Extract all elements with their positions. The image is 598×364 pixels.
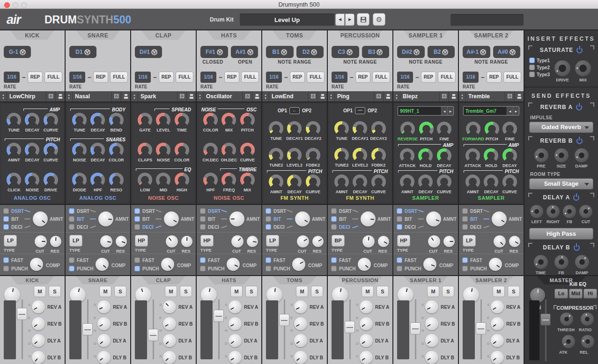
randomize-dice-icon[interactable]: ⚄ bbox=[243, 91, 252, 102]
rep-button[interactable]: REP bbox=[355, 72, 370, 83]
synth-preset-name[interactable]: Blepz bbox=[400, 93, 439, 100]
settings-button[interactable]: ⚙ bbox=[373, 13, 385, 26]
sample-prev-button[interactable]: ◀ bbox=[507, 107, 513, 115]
cut-knob[interactable] bbox=[362, 235, 375, 248]
preset-spinner[interactable]: ▲▼ bbox=[66, 91, 73, 102]
curve-knob[interactable] bbox=[502, 175, 517, 189]
crush-label[interactable]: BIT bbox=[273, 217, 281, 222]
fb-knob[interactable] bbox=[554, 255, 568, 269]
full-button[interactable]: FULL bbox=[438, 72, 456, 83]
crush-label[interactable]: DSRT bbox=[339, 209, 352, 214]
bit-checkbox[interactable] bbox=[462, 216, 468, 222]
rate-value[interactable]: 1/16 bbox=[332, 72, 347, 83]
randomize-dice-icon[interactable]: ⚄ bbox=[46, 91, 55, 102]
damp-knob[interactable] bbox=[575, 148, 589, 162]
full-button[interactable]: FULL bbox=[176, 72, 193, 83]
dly-a-knob[interactable] bbox=[97, 334, 111, 347]
rev-a-knob[interactable] bbox=[294, 300, 307, 313]
op-link-button[interactable]: — bbox=[355, 107, 365, 114]
dsrt-checkbox[interactable] bbox=[266, 208, 271, 214]
note-chip[interactable]: C3 bbox=[332, 46, 359, 58]
kit-next-button[interactable]: ▶ bbox=[345, 14, 354, 26]
kill-lo-button[interactable]: Lo bbox=[554, 289, 568, 298]
synth-preset-name[interactable]: Tremble bbox=[466, 93, 505, 100]
randomize-dice-icon[interactable]: ⚄ bbox=[505, 91, 514, 102]
save-preset-icon[interactable] bbox=[317, 91, 327, 102]
preset-spinner[interactable]: ▲▼ bbox=[459, 91, 466, 102]
hold-knob[interactable] bbox=[418, 148, 433, 163]
solo-button[interactable]: S bbox=[442, 286, 454, 297]
bit-checkbox[interactable] bbox=[69, 216, 74, 222]
punch-checkbox[interactable] bbox=[397, 266, 402, 271]
color-knob[interactable] bbox=[109, 143, 124, 157]
tune-knob[interactable] bbox=[72, 113, 87, 127]
amnt-knob[interactable] bbox=[361, 211, 376, 226]
fast-checkbox[interactable] bbox=[462, 257, 468, 263]
decay2-knob[interactable] bbox=[371, 121, 386, 136]
decay-knob[interactable] bbox=[287, 175, 302, 189]
punch-checkbox[interactable] bbox=[331, 266, 337, 271]
oh-dec-knob[interactable] bbox=[221, 143, 236, 157]
cut-knob[interactable] bbox=[428, 235, 440, 248]
preset-spinner[interactable]: ▲▼ bbox=[131, 91, 138, 102]
rev-a-knob[interactable] bbox=[360, 300, 373, 313]
time-knob[interactable] bbox=[534, 255, 548, 269]
randomize-dice-icon[interactable]: ⚄ bbox=[308, 91, 317, 102]
mute-button[interactable]: M bbox=[427, 286, 439, 297]
crush-label[interactable]: DSRT bbox=[405, 209, 417, 214]
preset-spinner[interactable]: ▲▼ bbox=[0, 91, 7, 102]
color-knob[interactable] bbox=[175, 143, 189, 157]
rep-button[interactable]: REP bbox=[28, 72, 43, 83]
attack-knob[interactable] bbox=[465, 148, 480, 163]
tune2-knob[interactable] bbox=[269, 148, 283, 162]
dly-a-knob[interactable] bbox=[294, 334, 307, 347]
fast-checkbox[interactable] bbox=[331, 257, 337, 263]
full-button[interactable]: FULL bbox=[241, 72, 259, 83]
volume-fader[interactable] bbox=[148, 329, 158, 341]
note-chip[interactable]: D#2 bbox=[397, 46, 425, 58]
comp-knob[interactable] bbox=[96, 258, 109, 271]
curve-knob[interactable] bbox=[44, 143, 58, 157]
deci-checkbox[interactable] bbox=[3, 224, 9, 230]
full-button[interactable]: FULL bbox=[110, 72, 128, 83]
decay-knob[interactable] bbox=[25, 143, 39, 157]
solo-button[interactable]: S bbox=[180, 286, 192, 297]
amnt-knob[interactable] bbox=[334, 175, 349, 189]
atk-knob[interactable] bbox=[562, 335, 575, 348]
window-zoom-button[interactable] bbox=[21, 2, 27, 8]
decay-knob[interactable] bbox=[25, 113, 39, 127]
dly-a-knob[interactable] bbox=[491, 334, 504, 347]
deci-checkbox[interactable] bbox=[331, 224, 337, 230]
crush-label[interactable]: BIT bbox=[208, 217, 215, 222]
crush-label[interactable]: DSRT bbox=[470, 209, 483, 214]
save-preset-icon[interactable] bbox=[449, 91, 458, 102]
cut-knob[interactable] bbox=[35, 235, 47, 248]
save-preset-icon[interactable] bbox=[252, 91, 261, 102]
saturate-power-icon[interactable] bbox=[576, 47, 583, 53]
punch-checkbox[interactable] bbox=[200, 266, 206, 271]
crush-label[interactable]: BIT bbox=[470, 217, 478, 222]
freq-knob[interactable] bbox=[221, 173, 236, 187]
amnt-knob[interactable] bbox=[269, 175, 283, 189]
dly-b-knob[interactable] bbox=[425, 351, 438, 364]
amnt-knob[interactable] bbox=[465, 175, 480, 189]
full-button[interactable]: FULL bbox=[307, 72, 325, 83]
room-type-dropdown[interactable]: Small Stage bbox=[529, 178, 593, 189]
save-kit-button[interactable] bbox=[357, 13, 369, 26]
res-knob[interactable] bbox=[181, 236, 192, 247]
note-chip[interactable]: B2 bbox=[428, 46, 455, 58]
dsrt-checkbox[interactable] bbox=[462, 208, 468, 214]
punch-checkbox[interactable] bbox=[134, 266, 140, 271]
rel-knob[interactable] bbox=[581, 335, 594, 348]
type3-checkbox[interactable] bbox=[529, 72, 535, 77]
noise-knob[interactable] bbox=[25, 173, 39, 187]
note-chip[interactable]: D1 bbox=[69, 46, 96, 58]
rate-value[interactable]: 1/16 bbox=[69, 72, 85, 83]
bend-knob[interactable] bbox=[109, 113, 124, 127]
rate-value[interactable]: 1/16 bbox=[266, 72, 282, 83]
pitch-knob[interactable] bbox=[419, 122, 434, 136]
solo-button[interactable]: S bbox=[311, 286, 323, 297]
rev-a-knob[interactable] bbox=[97, 300, 111, 313]
rev-b-knob[interactable] bbox=[360, 317, 373, 330]
cut-knob[interactable] bbox=[297, 235, 309, 248]
